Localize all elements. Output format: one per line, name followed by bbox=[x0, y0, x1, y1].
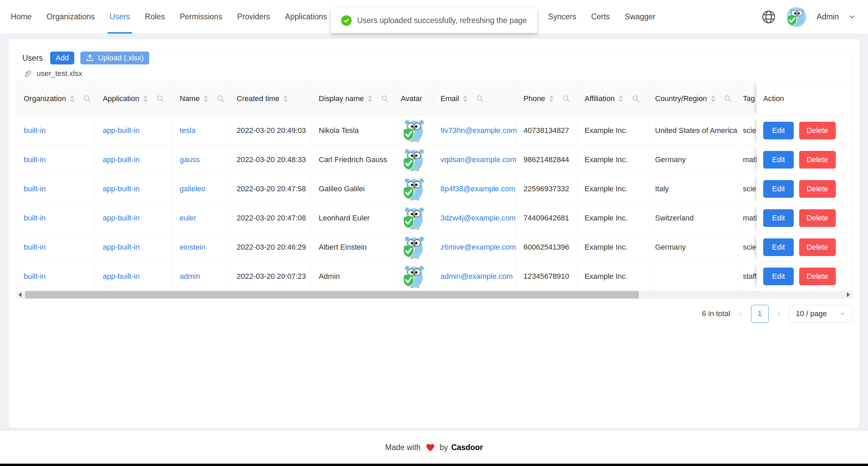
edit-button[interactable]: Edit bbox=[763, 180, 794, 198]
column-header-phone[interactable]: Phone bbox=[516, 81, 577, 116]
delete-button[interactable]: Delete bbox=[799, 151, 836, 169]
admin-username[interactable]: Admin bbox=[817, 12, 839, 21]
application-link[interactable]: app-built-in bbox=[103, 126, 140, 135]
chevron-down-icon[interactable] bbox=[848, 13, 856, 21]
globe-icon[interactable] bbox=[761, 9, 776, 24]
user-name-link[interactable]: euler bbox=[180, 214, 196, 222]
search-icon[interactable] bbox=[217, 95, 225, 103]
organization-link[interactable]: built-in bbox=[24, 214, 46, 222]
user-name-link[interactable]: gauss bbox=[180, 155, 200, 164]
column-header-created-time[interactable]: Created time bbox=[229, 81, 311, 116]
application-link[interactable]: app-built-in bbox=[103, 185, 140, 193]
edit-button[interactable]: Edit bbox=[763, 122, 794, 139]
organization-link[interactable]: built-in bbox=[24, 272, 46, 281]
user-avatar[interactable] bbox=[401, 118, 426, 143]
email-link[interactable]: 3dzw4j@example.com bbox=[440, 214, 516, 222]
column-header-country-region[interactable]: Country/Region bbox=[649, 81, 739, 116]
user-name-link[interactable]: galieleo bbox=[180, 185, 205, 193]
sort-carets-icon[interactable] bbox=[143, 95, 147, 102]
scroll-right-arrow-icon[interactable] bbox=[845, 291, 852, 298]
search-icon[interactable] bbox=[83, 95, 91, 103]
user-name-link[interactable]: einstein bbox=[180, 243, 205, 252]
nav-item-providers[interactable]: Providers bbox=[230, 0, 277, 34]
user-avatar[interactable] bbox=[401, 177, 426, 201]
email-link[interactable]: z6mive@example.com bbox=[440, 243, 516, 252]
heart-icon bbox=[426, 443, 435, 452]
next-page-icon[interactable]: › bbox=[777, 309, 781, 318]
horizontal-scrollbar[interactable] bbox=[16, 291, 852, 298]
user-name-link[interactable]: tesla bbox=[180, 126, 195, 135]
sort-carets-icon[interactable] bbox=[619, 95, 623, 102]
delete-button[interactable]: Delete bbox=[799, 238, 836, 256]
upload-xlsx-button[interactable]: Upload (.xlsx) bbox=[80, 52, 149, 64]
sort-carets-icon[interactable] bbox=[368, 95, 372, 102]
nav-item-home[interactable]: Home bbox=[3, 0, 39, 34]
column-header-avatar[interactable]: Avatar bbox=[394, 81, 433, 116]
search-icon[interactable] bbox=[156, 95, 164, 103]
application-link[interactable]: app-built-in bbox=[103, 243, 140, 252]
user-avatar[interactable] bbox=[401, 235, 426, 259]
nav-item-users[interactable]: Users bbox=[102, 0, 137, 34]
delete-button[interactable]: Delete bbox=[799, 268, 836, 285]
edit-button[interactable]: Edit bbox=[763, 209, 794, 227]
search-icon[interactable] bbox=[562, 95, 570, 103]
nav-item-certs[interactable]: Certs bbox=[584, 0, 617, 34]
search-icon[interactable] bbox=[632, 95, 640, 103]
avatar-cell bbox=[394, 145, 433, 174]
delete-button[interactable]: Delete bbox=[799, 180, 836, 198]
table-body: built-in app-built-in tesla 2022-03-20 2… bbox=[16, 116, 852, 291]
footer-brand-link[interactable]: Casdoor bbox=[451, 443, 483, 452]
scrollbar-thumb[interactable] bbox=[25, 291, 639, 298]
edit-button[interactable]: Edit bbox=[763, 151, 794, 169]
email-link[interactable]: 9v73hn@example.com bbox=[440, 126, 517, 135]
organization-link[interactable]: built-in bbox=[24, 155, 46, 164]
user-avatar[interactable] bbox=[401, 264, 426, 289]
column-header-name[interactable]: Name bbox=[172, 81, 229, 116]
nav-item-roles[interactable]: Roles bbox=[137, 0, 172, 34]
search-icon[interactable] bbox=[476, 95, 484, 103]
delete-button[interactable]: Delete bbox=[799, 209, 836, 227]
sort-carets-icon[interactable] bbox=[463, 95, 467, 102]
attachment-filename[interactable]: user_test.xlsx bbox=[37, 69, 82, 78]
organization-link[interactable]: built-in bbox=[24, 243, 46, 252]
prev-page-icon[interactable]: ‹ bbox=[739, 309, 742, 318]
column-header-display-name[interactable]: Display name bbox=[311, 81, 394, 116]
email-link[interactable]: 8p4f38@example.com bbox=[440, 185, 515, 193]
column-header-organization[interactable]: Organization bbox=[16, 81, 95, 116]
scroll-left-arrow-icon[interactable] bbox=[16, 291, 24, 298]
email-link[interactable]: vqdsan@example.com bbox=[440, 155, 516, 164]
nav-item-swagger[interactable]: Swagger bbox=[617, 0, 663, 34]
user-avatar[interactable] bbox=[401, 148, 426, 172]
search-icon[interactable] bbox=[381, 95, 389, 103]
edit-button[interactable]: Edit bbox=[763, 238, 794, 256]
sort-carets-icon[interactable] bbox=[70, 95, 74, 102]
organization-link[interactable]: built-in bbox=[24, 126, 46, 135]
application-link[interactable]: app-built-in bbox=[103, 272, 140, 281]
application-link[interactable]: app-built-in bbox=[103, 155, 140, 164]
current-page-button[interactable]: 1 bbox=[751, 305, 769, 323]
edit-button[interactable]: Edit bbox=[763, 268, 794, 285]
nav-item-syncers[interactable]: Syncers bbox=[540, 0, 584, 34]
column-header-affiliation[interactable]: Affiliation bbox=[577, 81, 649, 116]
application-link[interactable]: app-built-in bbox=[103, 214, 140, 222]
sort-carets-icon[interactable] bbox=[711, 95, 715, 102]
delete-button[interactable]: Delete bbox=[799, 122, 836, 139]
user-avatar[interactable] bbox=[401, 206, 426, 230]
nav-item-applications[interactable]: Applications bbox=[278, 0, 335, 34]
email-link[interactable]: admin@example.com bbox=[440, 272, 513, 281]
search-icon[interactable] bbox=[724, 95, 732, 103]
affiliation-cell: Example Inc. bbox=[577, 116, 649, 145]
page-size-select[interactable]: 10 / page bbox=[789, 305, 852, 323]
avatar[interactable] bbox=[786, 6, 807, 28]
sort-carets-icon[interactable] bbox=[283, 95, 288, 102]
users-table-box: Users Add Upload (.xlsx) user_test.xlsx bbox=[16, 50, 852, 299]
nav-item-permissions[interactable]: Permissions bbox=[172, 0, 230, 34]
add-button[interactable]: Add bbox=[50, 52, 74, 64]
sort-carets-icon[interactable] bbox=[204, 95, 208, 102]
sort-carets-icon[interactable] bbox=[549, 95, 553, 102]
organization-link[interactable]: built-in bbox=[24, 185, 46, 193]
user-name-link[interactable]: admin bbox=[180, 272, 200, 281]
column-header-application[interactable]: Application bbox=[95, 81, 172, 116]
nav-item-organizations[interactable]: Organizations bbox=[39, 0, 102, 34]
column-header-email[interactable]: Email bbox=[433, 81, 516, 116]
